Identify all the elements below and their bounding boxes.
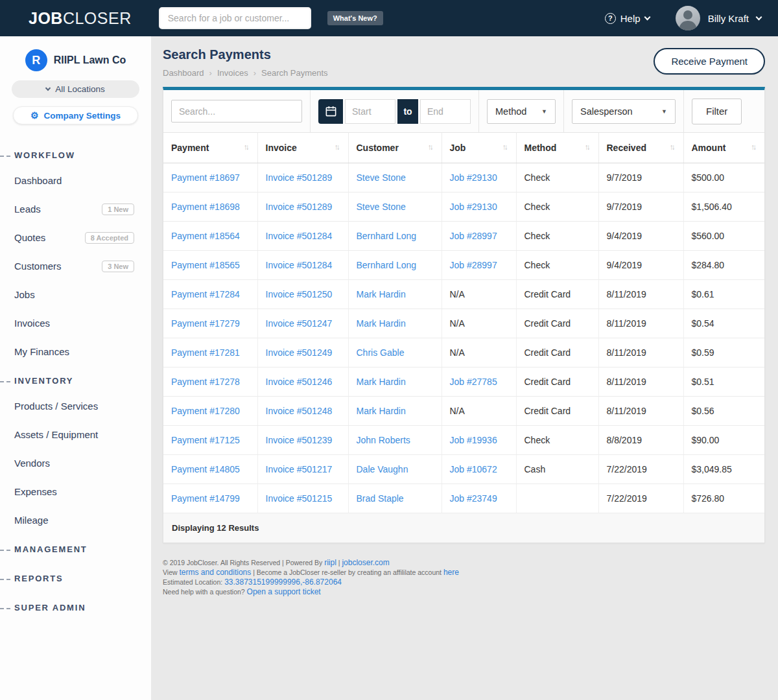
invoice-link[interactable]: Invoice #501284 bbox=[266, 231, 333, 241]
sidebar-section-workflow[interactable]: WORKFLOW bbox=[0, 143, 151, 168]
invoice-link[interactable]: Invoice #501250 bbox=[266, 289, 333, 299]
cell-method: Check bbox=[516, 251, 598, 280]
invoice-link[interactable]: Invoice #501289 bbox=[266, 202, 333, 212]
breadcrumb-item-dashboard[interactable]: Dashboard bbox=[163, 68, 204, 78]
invoice-link[interactable]: Invoice #501215 bbox=[266, 493, 333, 504]
column-header-customer[interactable]: ↑↓Customer bbox=[348, 133, 442, 163]
customer-link[interactable]: Steve Stone bbox=[357, 202, 406, 212]
user-menu[interactable]: Billy Kraft bbox=[676, 6, 761, 30]
job-link[interactable]: Job #29130 bbox=[450, 202, 497, 212]
job-link[interactable]: Job #28997 bbox=[450, 260, 497, 270]
salesperson-select[interactable]: Salesperson ▼ bbox=[572, 99, 676, 124]
column-header-received[interactable]: ↑↓Received bbox=[598, 133, 683, 163]
sidebar-item-products-services[interactable]: Products / Services bbox=[0, 393, 151, 419]
payment-link[interactable]: Payment #17279 bbox=[171, 318, 240, 329]
receive-payment-button[interactable]: Receive Payment bbox=[654, 48, 765, 75]
footer-link[interactable]: riipl bbox=[324, 558, 336, 567]
whats-new-button[interactable]: What's New? bbox=[327, 11, 383, 25]
payments-search-input[interactable] bbox=[171, 100, 302, 122]
company-settings-button[interactable]: ⚙ Company Settings bbox=[13, 106, 138, 124]
sort-icon: ↑↓ bbox=[751, 143, 757, 152]
payment-link[interactable]: Payment #18564 bbox=[171, 231, 240, 241]
footer-line: View terms and conditions | Become a Job… bbox=[163, 568, 765, 578]
customer-link[interactable]: Bernhard Long bbox=[357, 231, 417, 241]
job-link[interactable]: Job #10672 bbox=[450, 464, 497, 474]
invoice-link[interactable]: Invoice #501284 bbox=[266, 260, 333, 270]
payment-link[interactable]: Payment #14805 bbox=[171, 464, 240, 474]
sidebar-item-quotes[interactable]: Quotes8 Accepted bbox=[0, 225, 151, 250]
customer-link[interactable]: Mark Hardin bbox=[357, 406, 406, 416]
payment-link[interactable]: Payment #17278 bbox=[171, 377, 240, 387]
method-select[interactable]: Method ▼ bbox=[487, 99, 556, 124]
payment-link[interactable]: Payment #18697 bbox=[171, 172, 240, 183]
invoice-link[interactable]: Invoice #501248 bbox=[266, 406, 333, 416]
customer-link[interactable]: Mark Hardin bbox=[357, 289, 406, 299]
sidebar-section-management[interactable]: MANAGEMENT bbox=[0, 537, 151, 562]
sidebar-item-customers[interactable]: Customers3 New bbox=[0, 253, 151, 279]
column-header-amount[interactable]: ↑↓Amount bbox=[683, 133, 764, 163]
invoice-link[interactable]: Invoice #501289 bbox=[266, 172, 333, 183]
customer-link[interactable]: Mark Hardin bbox=[357, 377, 406, 387]
footer-link[interactable]: Open a support ticket bbox=[247, 587, 321, 596]
footer-link[interactable]: jobcloser.com bbox=[342, 558, 389, 567]
invoice-link[interactable]: Invoice #501247 bbox=[266, 318, 333, 329]
payment-link[interactable]: Payment #14799 bbox=[171, 493, 240, 504]
sidebar-section-reports[interactable]: REPORTS bbox=[0, 566, 151, 591]
count-badge: 1 New bbox=[102, 204, 134, 215]
user-name: Billy Kraft bbox=[708, 13, 749, 24]
footer-link[interactable]: 33.387315199999996,-86.872064 bbox=[224, 578, 342, 587]
column-header-payment[interactable]: ↑↓Payment bbox=[163, 133, 257, 163]
job-link[interactable]: Job #19936 bbox=[450, 435, 497, 445]
sidebar-section-super-admin[interactable]: SUPER ADMIN bbox=[0, 595, 151, 620]
column-header-job[interactable]: ↑↓Job bbox=[442, 133, 516, 163]
invoice-link[interactable]: Invoice #501217 bbox=[266, 464, 333, 474]
sidebar-item-dashboard[interactable]: Dashboard bbox=[0, 168, 151, 193]
end-date-input[interactable] bbox=[420, 99, 471, 124]
sidebar-item-vendors[interactable]: Vendors bbox=[0, 450, 151, 476]
help-menu[interactable]: ? Help bbox=[605, 13, 650, 24]
invoice-link[interactable]: Invoice #501249 bbox=[266, 347, 333, 358]
cell-amount: $726.80 bbox=[683, 484, 764, 513]
invoice-link[interactable]: Invoice #501239 bbox=[266, 435, 333, 445]
cell-customer: Mark Hardin bbox=[348, 309, 442, 338]
job-link[interactable]: Job #28997 bbox=[450, 231, 497, 241]
job-link[interactable]: Job #29130 bbox=[450, 172, 497, 183]
customer-link[interactable]: Bernhard Long bbox=[357, 260, 417, 270]
sidebar-item-mileage[interactable]: Mileage bbox=[0, 508, 151, 533]
payment-link[interactable]: Payment #18698 bbox=[171, 202, 240, 212]
customer-link[interactable]: Chris Gable bbox=[357, 347, 405, 358]
sidebar-item-invoices[interactable]: Invoices bbox=[0, 310, 151, 336]
payment-link[interactable]: Payment #17284 bbox=[171, 289, 240, 299]
sort-icon: ↑↓ bbox=[585, 143, 591, 152]
sidebar-item-expenses[interactable]: Expenses bbox=[0, 479, 151, 504]
start-date-input[interactable] bbox=[345, 99, 395, 124]
sidebar-item-my-finances[interactable]: My Finances bbox=[0, 339, 151, 364]
job-link[interactable]: Job #23749 bbox=[450, 493, 497, 504]
sidebar-section-inventory[interactable]: INVENTORY bbox=[0, 368, 151, 393]
footer-link[interactable]: terms and conditions bbox=[180, 568, 252, 577]
payment-link[interactable]: Payment #17280 bbox=[171, 406, 240, 416]
column-header-method[interactable]: ↑↓Method bbox=[516, 133, 598, 163]
customer-link[interactable]: Steve Stone bbox=[357, 172, 406, 183]
sidebar-item-assets-equipment[interactable]: Assets / Equipment bbox=[0, 422, 151, 447]
payment-link[interactable]: Payment #17281 bbox=[171, 347, 240, 358]
sidebar-item-jobs[interactable]: Jobs bbox=[0, 282, 151, 307]
customer-link[interactable]: Brad Staple bbox=[357, 493, 404, 504]
customer-link[interactable]: Mark Hardin bbox=[357, 318, 406, 329]
job-link[interactable]: Job #27785 bbox=[450, 377, 497, 387]
locations-dropdown[interactable]: All Locations bbox=[12, 80, 139, 98]
footer-link[interactable]: here bbox=[443, 568, 459, 577]
column-header-invoice[interactable]: ↑↓Invoice bbox=[257, 133, 348, 163]
customer-link[interactable]: Dale Vaughn bbox=[357, 464, 408, 474]
payment-link[interactable]: Payment #17125 bbox=[171, 435, 240, 445]
sidebar-item-leads[interactable]: Leads1 New bbox=[0, 196, 151, 222]
customer-link[interactable]: John Roberts bbox=[357, 435, 410, 445]
calendar-icon[interactable] bbox=[318, 99, 343, 124]
table-row: Payment #14799Invoice #501215Brad Staple… bbox=[163, 484, 764, 513]
breadcrumb-item-invoices[interactable]: Invoices bbox=[217, 68, 248, 78]
cell-amount: $0.54 bbox=[683, 309, 764, 338]
payment-link[interactable]: Payment #18565 bbox=[171, 260, 240, 270]
filter-button[interactable]: Filter bbox=[692, 99, 742, 124]
invoice-link[interactable]: Invoice #501246 bbox=[266, 377, 333, 387]
global-search-input[interactable] bbox=[159, 7, 311, 29]
